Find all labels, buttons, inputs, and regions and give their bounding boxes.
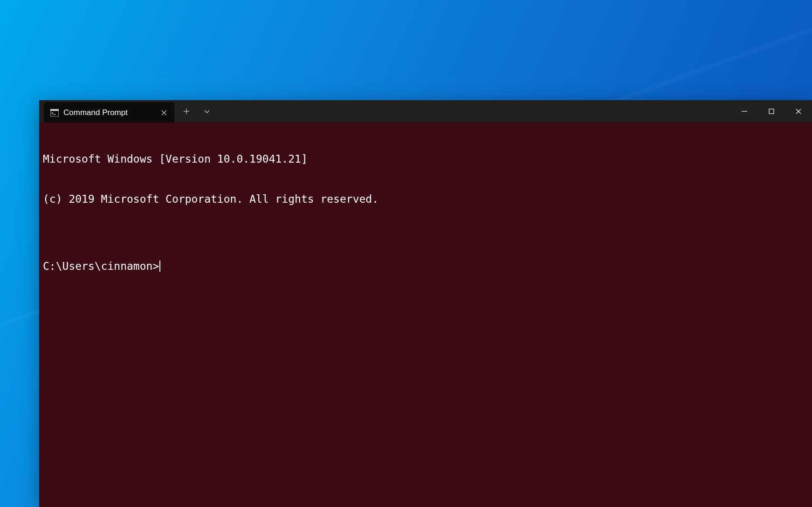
svg-rect-1 [50,109,59,111]
terminal-output-line: Microsoft Windows [Version 10.0.19041.21… [43,152,808,166]
window-controls [731,100,812,123]
tab-strip: Command Prompt [39,100,174,123]
new-tab-button[interactable] [176,100,197,123]
cmd-icon [50,109,59,116]
tab-close-button[interactable] [158,107,170,118]
terminal-prompt: C:\Users\cinnamon> [43,260,159,273]
titlebar-drag-region[interactable] [217,100,731,123]
svg-rect-8 [769,109,774,114]
terminal-cursor [159,260,160,272]
tab-title: Command Prompt [63,108,154,117]
terminal-content[interactable]: Microsoft Windows [Version 10.0.19041.21… [39,123,812,507]
tab-dropdown-button[interactable] [197,100,217,123]
titlebar[interactable]: Command Prompt [39,100,812,123]
terminal-output-line: (c) 2019 Microsoft Corporation. All righ… [43,192,808,206]
tab-command-prompt[interactable]: Command Prompt [44,102,174,123]
maximize-button[interactable] [758,100,785,123]
terminal-window: Command Prompt [39,100,812,507]
close-button[interactable] [785,100,812,123]
terminal-prompt-line: C:\Users\cinnamon> [43,260,808,273]
minimize-button[interactable] [731,100,758,123]
